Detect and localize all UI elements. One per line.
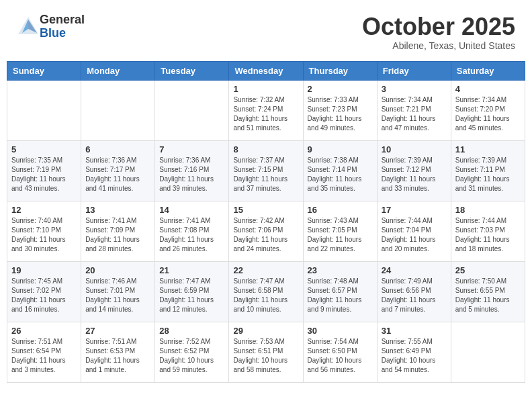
day-info: Sunrise: 7:33 AM Sunset: 7:23 PM Dayligh…: [308, 95, 373, 133]
day-number: 17: [382, 205, 447, 215]
day-info: Sunrise: 7:47 AM Sunset: 6:59 PM Dayligh…: [159, 277, 224, 314]
day-info: Sunrise: 7:35 AM Sunset: 7:19 PM Dayligh…: [11, 156, 77, 193]
calendar-cell: 17Sunrise: 7:44 AM Sunset: 7:04 PM Dayli…: [377, 201, 451, 261]
day-number: 6: [85, 144, 150, 154]
location: Abilene, Texas, United States: [362, 40, 515, 51]
weekday-header-row: SundayMondayTuesdayWednesdayThursdayFrid…: [7, 61, 525, 80]
day-info: Sunrise: 7:34 AM Sunset: 7:21 PM Dayligh…: [382, 95, 447, 133]
day-info: Sunrise: 7:54 AM Sunset: 6:50 PM Dayligh…: [308, 337, 373, 375]
weekday-header-saturday: Saturday: [451, 61, 525, 80]
calendar-cell: 25Sunrise: 7:50 AM Sunset: 6:55 PM Dayli…: [451, 261, 525, 322]
page-header: General Blue October 2025 Abilene, Texas…: [7, 7, 525, 61]
calendar-cell: 3Sunrise: 7:34 AM Sunset: 7:21 PM Daylig…: [377, 80, 451, 140]
day-info: Sunrise: 7:39 AM Sunset: 7:11 PM Dayligh…: [455, 156, 521, 193]
weekday-header-thursday: Thursday: [303, 61, 377, 80]
calendar-cell: 27Sunrise: 7:51 AM Sunset: 6:53 PM Dayli…: [81, 322, 155, 382]
calendar-cell: 10Sunrise: 7:39 AM Sunset: 7:12 PM Dayli…: [377, 140, 451, 201]
calendar-cell: 8Sunrise: 7:37 AM Sunset: 7:15 PM Daylig…: [229, 140, 303, 201]
week-row-3: 12Sunrise: 7:40 AM Sunset: 7:10 PM Dayli…: [7, 201, 525, 261]
day-info: Sunrise: 7:51 AM Sunset: 6:54 PM Dayligh…: [11, 337, 77, 375]
day-info: Sunrise: 7:46 AM Sunset: 7:01 PM Dayligh…: [85, 277, 150, 314]
calendar-cell: 18Sunrise: 7:44 AM Sunset: 7:03 PM Dayli…: [451, 201, 525, 261]
day-info: Sunrise: 7:51 AM Sunset: 6:53 PM Dayligh…: [85, 337, 150, 375]
day-number: 31: [382, 326, 447, 336]
day-info: Sunrise: 7:49 AM Sunset: 6:56 PM Dayligh…: [382, 277, 447, 314]
day-number: 29: [233, 326, 298, 336]
day-number: 27: [85, 326, 150, 336]
day-number: 28: [159, 326, 224, 336]
calendar-cell: 6Sunrise: 7:36 AM Sunset: 7:17 PM Daylig…: [81, 140, 155, 201]
calendar-cell: 1Sunrise: 7:32 AM Sunset: 7:24 PM Daylig…: [229, 80, 303, 140]
calendar-cell: 9Sunrise: 7:38 AM Sunset: 7:14 PM Daylig…: [303, 140, 377, 201]
week-row-4: 19Sunrise: 7:45 AM Sunset: 7:02 PM Dayli…: [7, 261, 525, 322]
day-number: 15: [233, 205, 298, 215]
weekday-header-monday: Monday: [81, 61, 155, 80]
calendar-cell: 24Sunrise: 7:49 AM Sunset: 6:56 PM Dayli…: [377, 261, 451, 322]
day-number: 8: [233, 144, 298, 154]
calendar-cell: 4Sunrise: 7:34 AM Sunset: 7:20 PM Daylig…: [451, 80, 525, 140]
day-info: Sunrise: 7:41 AM Sunset: 7:09 PM Dayligh…: [85, 216, 150, 254]
day-info: Sunrise: 7:37 AM Sunset: 7:15 PM Dayligh…: [233, 156, 298, 193]
logo-text: General Blue: [40, 13, 85, 40]
calendar-cell: 22Sunrise: 7:47 AM Sunset: 6:58 PM Dayli…: [229, 261, 303, 322]
day-info: Sunrise: 7:40 AM Sunset: 7:10 PM Dayligh…: [11, 216, 77, 254]
month-title: October 2025: [362, 13, 515, 40]
day-number: 25: [455, 265, 521, 275]
day-info: Sunrise: 7:45 AM Sunset: 7:02 PM Dayligh…: [11, 277, 77, 314]
day-number: 3: [382, 84, 447, 94]
day-number: 9: [308, 144, 373, 154]
calendar-cell: 31Sunrise: 7:55 AM Sunset: 6:49 PM Dayli…: [377, 322, 451, 382]
day-number: 22: [233, 265, 298, 275]
calendar-cell: 30Sunrise: 7:54 AM Sunset: 6:50 PM Dayli…: [303, 322, 377, 382]
calendar-cell: [155, 80, 229, 140]
logo-blue: Blue: [40, 27, 85, 40]
day-number: 1: [233, 84, 298, 94]
logo: General Blue: [17, 13, 85, 40]
day-info: Sunrise: 7:39 AM Sunset: 7:12 PM Dayligh…: [382, 156, 447, 193]
logo-general: General: [40, 13, 85, 27]
weekday-header-sunday: Sunday: [7, 61, 81, 80]
day-number: 12: [11, 205, 77, 215]
day-info: Sunrise: 7:43 AM Sunset: 7:05 PM Dayligh…: [308, 216, 373, 254]
day-number: 14: [159, 205, 224, 215]
calendar-cell: 26Sunrise: 7:51 AM Sunset: 6:54 PM Dayli…: [7, 322, 81, 382]
calendar-cell: [81, 80, 155, 140]
day-number: 5: [11, 144, 77, 154]
day-number: 7: [159, 144, 224, 154]
day-number: 30: [308, 326, 373, 336]
title-block: October 2025 Abilene, Texas, United Stat…: [362, 13, 515, 51]
day-info: Sunrise: 7:52 AM Sunset: 6:52 PM Dayligh…: [159, 337, 224, 375]
calendar-cell: 19Sunrise: 7:45 AM Sunset: 7:02 PM Dayli…: [7, 261, 81, 322]
day-number: 23: [308, 265, 373, 275]
day-number: 21: [159, 265, 224, 275]
calendar-cell: [451, 322, 525, 382]
calendar-cell: 5Sunrise: 7:35 AM Sunset: 7:19 PM Daylig…: [7, 140, 81, 201]
calendar-cell: 15Sunrise: 7:42 AM Sunset: 7:06 PM Dayli…: [229, 201, 303, 261]
calendar-cell: 2Sunrise: 7:33 AM Sunset: 7:23 PM Daylig…: [303, 80, 377, 140]
day-number: 10: [382, 144, 447, 154]
day-number: 4: [455, 84, 521, 94]
day-info: Sunrise: 7:48 AM Sunset: 6:57 PM Dayligh…: [308, 277, 373, 314]
calendar-cell: 28Sunrise: 7:52 AM Sunset: 6:52 PM Dayli…: [155, 322, 229, 382]
calendar-cell: 23Sunrise: 7:48 AM Sunset: 6:57 PM Dayli…: [303, 261, 377, 322]
weekday-header-tuesday: Tuesday: [155, 61, 229, 80]
day-info: Sunrise: 7:36 AM Sunset: 7:16 PM Dayligh…: [159, 156, 224, 193]
day-info: Sunrise: 7:38 AM Sunset: 7:14 PM Dayligh…: [308, 156, 373, 193]
day-info: Sunrise: 7:55 AM Sunset: 6:49 PM Dayligh…: [382, 337, 447, 375]
week-row-5: 26Sunrise: 7:51 AM Sunset: 6:54 PM Dayli…: [7, 322, 525, 382]
day-info: Sunrise: 7:53 AM Sunset: 6:51 PM Dayligh…: [233, 337, 298, 375]
day-number: 13: [85, 205, 150, 215]
calendar-cell: 12Sunrise: 7:40 AM Sunset: 7:10 PM Dayli…: [7, 201, 81, 261]
calendar-cell: 29Sunrise: 7:53 AM Sunset: 6:51 PM Dayli…: [229, 322, 303, 382]
day-info: Sunrise: 7:44 AM Sunset: 7:03 PM Dayligh…: [455, 216, 521, 254]
day-info: Sunrise: 7:44 AM Sunset: 7:04 PM Dayligh…: [382, 216, 447, 254]
day-number: 2: [308, 84, 373, 94]
week-row-2: 5Sunrise: 7:35 AM Sunset: 7:19 PM Daylig…: [7, 140, 525, 201]
calendar-cell: 7Sunrise: 7:36 AM Sunset: 7:16 PM Daylig…: [155, 140, 229, 201]
calendar-cell: 14Sunrise: 7:41 AM Sunset: 7:08 PM Dayli…: [155, 201, 229, 261]
day-number: 11: [455, 144, 521, 154]
day-number: 26: [11, 326, 77, 336]
day-number: 20: [85, 265, 150, 275]
calendar-cell: [7, 80, 81, 140]
weekday-header-wednesday: Wednesday: [229, 61, 303, 80]
